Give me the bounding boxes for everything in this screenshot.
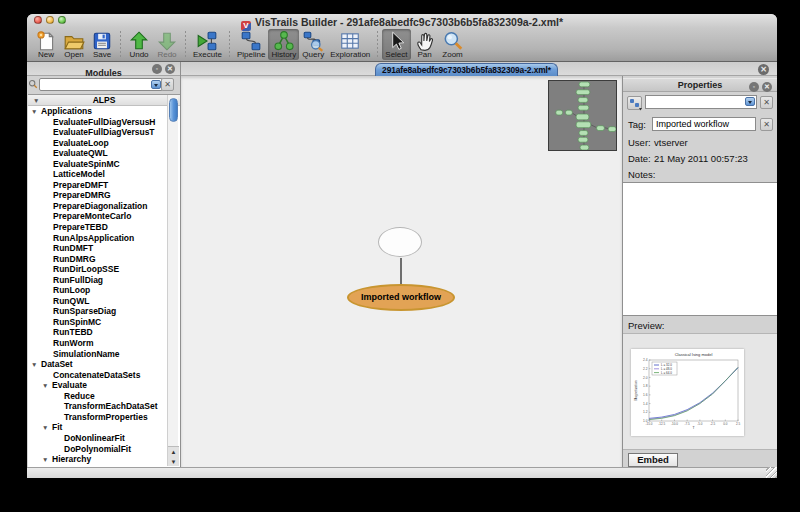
search-icon	[28, 79, 38, 89]
modules-scrollbar-arrows[interactable]: ▲▼	[168, 446, 179, 466]
version-tree-minimap[interactable]	[548, 80, 617, 151]
properties-search-row: ✕	[623, 95, 777, 111]
pan-hand-icon	[414, 30, 436, 52]
embed-button[interactable]: Embed	[628, 453, 678, 467]
module-tree-item[interactable]: RunLoop	[28, 285, 180, 296]
pan-button[interactable]: Pan	[411, 29, 439, 60]
execute-button[interactable]: Execute	[190, 29, 225, 60]
properties-search-dropdown-icon[interactable]	[745, 97, 755, 106]
modules-search-input[interactable]	[39, 78, 163, 91]
zoom-button[interactable]: Zoom	[439, 29, 467, 60]
module-tree-item[interactable]: Reduce	[28, 391, 180, 402]
version-node-imported-workflow[interactable]: Imported workflow	[347, 284, 455, 311]
date-label: Date:	[628, 153, 651, 164]
new-button[interactable]: New	[32, 29, 60, 60]
properties-float-button[interactable]: ◦	[749, 82, 759, 92]
module-tree-item[interactable]: ▼Hierarchy	[28, 454, 180, 465]
redo-button[interactable]: Redo	[153, 29, 181, 60]
module-tree-item[interactable]: PrepareMonteCarlo	[28, 211, 180, 222]
module-tree-item[interactable]: EvaluateSpinMC	[28, 159, 180, 170]
svg-text:-5.0: -5.0	[697, 422, 703, 426]
module-tree-item[interactable]: ConcatenateDataSets	[28, 370, 180, 381]
select-button[interactable]: Select	[382, 29, 410, 60]
module-tree-item[interactable]: RunAlpsApplication	[28, 233, 180, 244]
module-tree-item[interactable]: PrepareDMFT	[28, 180, 180, 191]
module-tree-item[interactable]: DoNonlinearFit	[28, 433, 180, 444]
query-button[interactable]: Query	[299, 29, 327, 60]
version-tree-canvas[interactable]: Imported workflow	[181, 76, 622, 467]
workflow-preview-chart[interactable]: Classical Ising model1.01.21.41.61.82.02…	[631, 349, 744, 436]
version-edge	[400, 258, 402, 284]
module-tree-item[interactable]: RunSpinMC	[28, 317, 180, 328]
undo-button[interactable]: Undo	[125, 29, 153, 60]
date-value: 21 May 2011 00:57:23	[654, 153, 748, 164]
module-tree-item[interactable]: ▼Evaluate	[28, 380, 180, 391]
module-tree-item[interactable]: EvaluateLoop	[28, 138, 180, 149]
history-icon	[273, 30, 295, 52]
save-button[interactable]: Save	[88, 29, 116, 60]
properties-search-input[interactable]	[645, 95, 757, 109]
module-tree-item[interactable]: RunDirLoopSSE	[28, 264, 180, 275]
module-tree-item[interactable]: RunDMRG	[28, 254, 180, 265]
history-button[interactable]: History	[268, 29, 299, 60]
pipeline-button[interactable]: Pipeline	[234, 29, 268, 60]
modules-panel-header[interactable]: Modules ◦ ✕	[27, 62, 180, 76]
module-tree-item[interactable]: SimulationName	[28, 349, 180, 360]
open-button[interactable]: Open	[60, 29, 88, 60]
module-tree-item[interactable]: RunTEBD	[28, 327, 180, 338]
module-tree-item[interactable]: PrepareTEBD	[28, 222, 180, 233]
version-node-root[interactable]	[378, 227, 422, 257]
preview-area: Classical Ising model1.01.21.41.61.82.02…	[623, 333, 777, 450]
tag-row: Tag: Imported workflow ✕	[623, 117, 777, 133]
properties-close-button[interactable]: ✕	[762, 82, 772, 92]
modules-scrollbar[interactable]: ▲▼	[167, 95, 178, 466]
module-tree-item[interactable]: RunFullDiag	[28, 275, 180, 286]
module-tree-item[interactable]: EvaluateFullDiagVersusH	[28, 117, 180, 128]
properties-search-clear-button[interactable]: ✕	[760, 96, 773, 109]
svg-text:-7.5: -7.5	[685, 422, 691, 426]
modules-float-button[interactable]: ◦	[152, 64, 162, 74]
titlebar[interactable]: VVisTrails Builder - 291afe8abedfc9c7303…	[27, 14, 777, 28]
module-tree-item[interactable]: RunQWL	[28, 296, 180, 307]
window-chrome: VVisTrails Builder - 291afe8abedfc9c7303…	[27, 14, 777, 62]
tag-input[interactable]: Imported workflow	[652, 117, 756, 131]
module-tree-item[interactable]: DoPolynomialFit	[28, 444, 180, 455]
modules-scrollbar-thumb[interactable]	[169, 98, 178, 122]
module-tree-item[interactable]: PrepareDMRG	[28, 190, 180, 201]
notes-textarea[interactable]	[623, 182, 777, 316]
resize-grip[interactable]	[766, 467, 777, 478]
module-tree-item[interactable]: ▼DataSet	[28, 359, 180, 370]
module-tree-item[interactable]: TransformProperties	[28, 412, 180, 423]
module-tree-item[interactable]: LatticeModel	[28, 169, 180, 180]
open-folder-icon	[63, 30, 85, 52]
toolbar: NewOpenSaveUndoRedoExecutePipelineHistor…	[27, 28, 777, 62]
properties-panel-header[interactable]: Properties ◦ ✕	[623, 78, 777, 92]
toolbar-separator	[229, 31, 230, 57]
module-tree-item[interactable]: TransformEachDataSet	[28, 401, 180, 412]
module-tree-item[interactable]: PrepareDiagonalization	[28, 201, 180, 212]
module-tree-item[interactable]: ▼Applications	[28, 106, 180, 117]
exploration-button[interactable]: Exploration	[327, 29, 373, 60]
module-tree-item[interactable]: RunSparseDiag	[28, 306, 180, 317]
tab-close-icon[interactable]: ✕	[758, 64, 769, 75]
modules-close-button[interactable]: ✕	[165, 64, 175, 74]
tag-label: Tag:	[628, 119, 646, 130]
module-tree-item[interactable]: EvaluateQWL	[28, 148, 180, 159]
tag-clear-button[interactable]: ✕	[760, 118, 773, 131]
tab-vistrail[interactable]: 291afe8abedfc9c7303b6b5fa832309a-2.xml*	[375, 63, 558, 76]
undo-icon	[128, 30, 150, 52]
modules-search-row: ✕	[27, 76, 180, 92]
modules-search-clear-button[interactable]: ✕	[161, 78, 174, 91]
scroll-up-icon: ▲	[168, 447, 179, 457]
module-tree-item[interactable]: RunWorm	[28, 338, 180, 349]
module-tree-item[interactable]: RunDMFT	[28, 243, 180, 254]
notes-label: Notes:	[628, 169, 655, 180]
execute-icon	[196, 30, 218, 52]
module-tree-item[interactable]: ▼Fit	[28, 422, 180, 433]
toolbar-separator	[377, 31, 378, 57]
svg-text:-12.5: -12.5	[658, 422, 665, 426]
modules-search-dropdown-icon[interactable]	[151, 80, 161, 89]
version-search-mode-button[interactable]	[627, 96, 642, 110]
module-package-header[interactable]: ▼ALPS	[28, 95, 180, 106]
module-tree-item[interactable]: EvaluateFullDiagVersusT	[28, 127, 180, 138]
